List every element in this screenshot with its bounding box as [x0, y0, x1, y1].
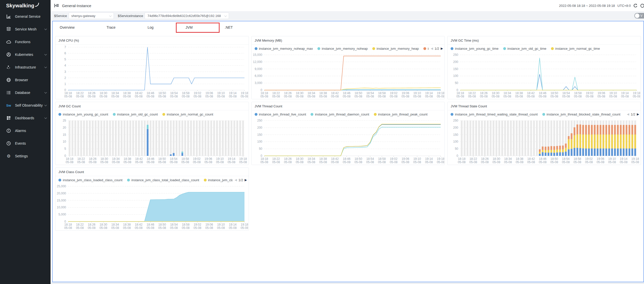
legend-item[interactable]: instance_jvm_memory_noheap: [317, 47, 368, 51]
svg-text:05-08: 05-08: [413, 95, 421, 98]
sidebar-item-browser[interactable]: Browser: [0, 74, 51, 86]
sidebar-item-self-observability[interactable]: SwSelf Observability: [0, 99, 51, 112]
legend-item[interactable]: instance_jvm_thread_blocked_state_thread…: [542, 112, 621, 116]
legend-item[interactable]: instance_jvm_old_gc_count: [113, 112, 158, 116]
svg-text:25,000: 25,000: [57, 185, 66, 188]
svg-text:19:02: 19:02: [193, 157, 201, 161]
sidebar-item-events[interactable]: Events: [0, 137, 51, 150]
svg-text:18:50: 18:50: [158, 223, 166, 226]
tab-net[interactable]: .NET: [225, 25, 233, 29]
tab-jvm[interactable]: JVM: [186, 25, 193, 29]
legend-item[interactable]: instance_jvm_class_loaded_class_count: [58, 178, 122, 182]
legend-dot-icon: [551, 47, 554, 50]
sidebar-item-kubernetes[interactable]: Kubernetes: [0, 48, 51, 61]
alarm-icon: [6, 128, 11, 133]
sidebar-item-infrastructure[interactable]: Infrastructure: [0, 61, 51, 74]
legend-item[interactable]: instance_jvm_thread_daemon_count: [311, 112, 369, 116]
legend-prev-icon[interactable]: ◀: [235, 178, 237, 182]
legend-next-icon[interactable]: ▶: [244, 178, 247, 182]
legend-next-icon[interactable]: ▶: [637, 112, 639, 116]
sidebar-item-general-service[interactable]: General Service: [0, 10, 51, 23]
sidebar-item-functions[interactable]: Functions: [0, 36, 51, 48]
legend-item[interactable]: instance_jvm_memory_heap: [372, 47, 419, 51]
svg-text:05-08: 05-08: [229, 226, 237, 230]
legend-item[interactable]: instance_jvm_thread_live_count: [255, 112, 306, 116]
svg-text:18:18: 18:18: [66, 157, 73, 161]
tab-bar: OverviewTraceLogJVM.NET: [53, 21, 643, 34]
clock-partial-icon[interactable]: [640, 4, 644, 8]
chevron-down-icon: [109, 14, 112, 17]
svg-text:05-08: 05-08: [609, 95, 617, 98]
svg-text:18:38: 18:38: [516, 157, 524, 161]
svg-text:18:58: 18:58: [574, 157, 581, 161]
tab-overview[interactable]: Overview: [60, 25, 74, 29]
svg-text:18:46: 18:46: [343, 157, 350, 161]
svg-text:25: 25: [63, 119, 66, 122]
svg-text:05-08: 05-08: [239, 160, 247, 164]
sidebar-item-database[interactable]: Database: [0, 86, 51, 99]
tab-trace[interactable]: Trace: [106, 25, 115, 29]
legend-item[interactable]: instance_jvm_old_gc_time: [503, 47, 546, 51]
svg-text:05-08: 05-08: [331, 160, 339, 164]
legend-item[interactable]: instance_jvm_young_gc_count: [58, 112, 108, 116]
legend-label: instance_jvm_memory_noheap_max: [259, 47, 313, 51]
sidebar-item-service-mesh[interactable]: Service Mesh: [0, 23, 51, 36]
svg-text:19:06: 19:06: [205, 223, 213, 226]
svg-text:2: 2: [64, 76, 66, 80]
panel-title: JVM Class Count: [55, 168, 249, 176]
svg-text:6: 6: [64, 52, 66, 55]
sidebar-item-label: Browser: [15, 78, 28, 82]
legend-next-icon[interactable]: ▶: [441, 47, 443, 50]
app-logo[interactable]: Skywalking: [0, 0, 51, 10]
sidebar-item-dashboards[interactable]: Dashboards: [0, 112, 51, 124]
svg-text:18:46: 18:46: [343, 91, 350, 95]
edit-mode-toggle[interactable]: V: [634, 13, 644, 19]
svg-text:19:18: 19:18: [241, 223, 248, 226]
svg-text:18:50: 18:50: [550, 91, 558, 95]
sidebar-item-label: Kubernetes: [15, 53, 33, 57]
svg-text:19:18: 19:18: [239, 157, 247, 161]
svg-text:05-08: 05-08: [562, 160, 570, 164]
chart-canvas: 051015202518:1805-0818:2205-0818:2605-08…: [55, 118, 248, 164]
svg-text:05-08: 05-08: [378, 95, 386, 98]
chart-canvas: 05010015020025018:1805-0818:2205-0818:26…: [448, 52, 640, 98]
legend-prev-icon[interactable]: ◀: [627, 112, 629, 116]
sidebar-item-label: Service Mesh: [15, 27, 37, 31]
svg-text:05-08: 05-08: [469, 160, 477, 164]
legend-label: instance_jvm_memory_heap: [377, 47, 419, 51]
svg-text:05-08: 05-08: [229, 95, 237, 98]
svg-text:05-08: 05-08: [319, 95, 327, 98]
legend-item[interactable]: instance_jvm_young_gc_time: [451, 47, 498, 51]
svg-text:7: 7: [64, 45, 66, 49]
svg-text:05-08: 05-08: [331, 95, 339, 98]
chart-legend: instance_jvm_thread_live_countinstance_j…: [252, 110, 445, 118]
time-range-picker[interactable]: 2022-05-08 18:18 ~ 2022-05-08 19:18: [559, 4, 615, 8]
sidebar-item-label: Infrastructure: [15, 65, 36, 69]
legend-item[interactable]: instance_jvm_thread_peak_count: [374, 112, 427, 116]
dots-icon: [6, 65, 11, 70]
svg-text:19:06: 19:06: [402, 91, 409, 95]
svg-text:05-08: 05-08: [493, 160, 500, 164]
service-select[interactable]: shenyu-gateway: [69, 12, 114, 19]
sidebar-item-alarms[interactable]: Alarms: [0, 124, 51, 137]
clock-icon: [6, 141, 11, 146]
legend-prev-icon[interactable]: ◀: [431, 47, 433, 50]
svg-text:15,000: 15,000: [253, 53, 262, 57]
legend-item[interactable]: instance_jvm_thread_timed_waiting_state_…: [451, 112, 538, 116]
legend-item[interactable]: instance_jvm_normal_gc_count: [162, 112, 213, 116]
sidebar-item-settings[interactable]: ⚙Settings: [0, 150, 51, 162]
collapse-sidebar-icon[interactable]: [54, 4, 59, 8]
dashboard-container: OverviewTraceLogJVM.NET JVM CPU (%)01234…: [52, 21, 644, 282]
svg-text:50: 50: [259, 147, 262, 151]
svg-text:05-08: 05-08: [112, 160, 120, 164]
refresh-icon[interactable]: [633, 4, 638, 8]
timezone-label: UTC+8:0: [618, 4, 631, 8]
tab-log[interactable]: Log: [148, 25, 154, 29]
legend-item[interactable]: instance_jvm_memory_noheap_max: [255, 47, 313, 51]
legend-item[interactable]: instance_jvm_class_total_loaded_class_co…: [127, 178, 199, 182]
svg-text:05-08: 05-08: [515, 95, 523, 98]
panel-title: JVM GC Count: [55, 102, 249, 110]
legend-dot-icon: [162, 113, 165, 116]
legend-item[interactable]: instance_jvm_normal_gc_time: [551, 47, 600, 51]
service-instance-select[interactable]: 74d96c778c694c6b9b6322c62d55b765@192.168: [145, 12, 229, 19]
